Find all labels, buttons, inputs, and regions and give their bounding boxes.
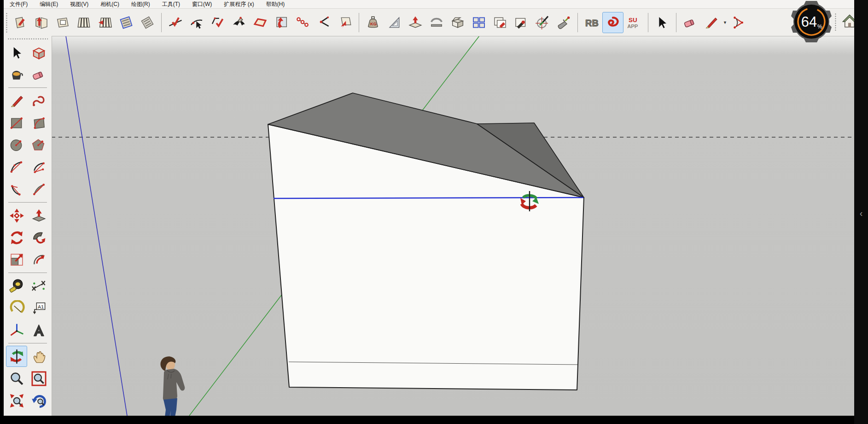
pencil-tool-button[interactable] xyxy=(701,12,722,33)
zoom-extents-tool-button[interactable] xyxy=(6,390,27,411)
recorder-percent-badge[interactable]: 64 % xyxy=(788,0,834,45)
eraser-tool-icon xyxy=(31,67,47,83)
spray-tool-icon xyxy=(556,15,571,30)
louver-blue-button[interactable] xyxy=(116,12,136,33)
suapp-plugin-button[interactable]: SUAPP xyxy=(624,12,644,33)
move-tool-button[interactable] xyxy=(6,205,27,226)
polyline-check-button[interactable] xyxy=(208,12,228,33)
top-toolbar: KGRBSUAPP▼ xyxy=(4,9,854,36)
menu-file[interactable]: 文件(F) xyxy=(4,0,34,9)
eraser-tool-button[interactable] xyxy=(680,12,700,33)
zoom-window-tool-button[interactable] xyxy=(29,368,49,389)
svg-text:SU: SU xyxy=(629,16,637,23)
palette-row xyxy=(4,319,52,341)
toolbar-drag-handle[interactable] xyxy=(6,12,8,33)
compass-rose-button[interactable] xyxy=(532,12,553,33)
push-pull-tool-button[interactable] xyxy=(29,205,49,226)
eraser-tool-button[interactable] xyxy=(29,64,49,85)
page-edit-button[interactable] xyxy=(490,12,510,33)
pan-tool-button[interactable] xyxy=(29,346,49,366)
node-cursor-button[interactable] xyxy=(186,12,207,33)
model-viewport[interactable] xyxy=(52,36,854,416)
window-grid-arrow-icon xyxy=(97,15,113,30)
orbit-tool-button[interactable] xyxy=(6,346,27,366)
node-chain-button[interactable] xyxy=(292,12,313,33)
letterbox-bottom xyxy=(0,416,868,424)
zoom-tool-button[interactable] xyxy=(6,368,27,389)
svg-text:A1: A1 xyxy=(38,304,44,309)
set-square-button[interactable] xyxy=(384,12,404,33)
pencil-dropdown-caret-icon[interactable]: ▼ xyxy=(723,20,727,25)
rb-plugin-button[interactable]: RB xyxy=(582,12,602,33)
open-box-button[interactable] xyxy=(448,12,468,33)
wedge-tool-button[interactable] xyxy=(229,12,249,33)
louver-gray-button[interactable] xyxy=(137,12,157,33)
menu-help[interactable]: 帮助(H) xyxy=(260,0,291,9)
page-export-arrow-icon xyxy=(337,15,353,30)
spray-tool-button[interactable] xyxy=(553,12,574,33)
freehand-tool-button[interactable] xyxy=(29,91,49,111)
page-export-arrow-button[interactable] xyxy=(335,12,355,33)
weight-kg-button[interactable]: KG xyxy=(363,12,383,33)
s4u-swirl-plugin-button[interactable] xyxy=(603,12,623,33)
toolbar-separator xyxy=(577,13,578,32)
menu-tools[interactable]: 工具(T) xyxy=(156,0,186,9)
paint-bucket-button[interactable] xyxy=(6,64,27,85)
palette-drag-handle[interactable] xyxy=(7,38,48,41)
arc-profile-button[interactable] xyxy=(426,12,447,33)
louver-blue-icon xyxy=(118,15,134,30)
zoom-previous-tool-button[interactable] xyxy=(29,390,49,411)
pie-filled-tool-button[interactable] xyxy=(29,179,49,199)
text-tool-button[interactable]: A1 xyxy=(29,298,49,318)
menu-draw[interactable]: 绘图(R) xyxy=(125,0,156,9)
window-frame-icon xyxy=(55,15,70,30)
toolbar-drag-handle[interactable] xyxy=(834,13,837,31)
palette-row xyxy=(4,345,52,367)
protractor-red-button[interactable] xyxy=(728,12,749,33)
wall-up-arrow-button[interactable] xyxy=(31,12,52,33)
page-eyedropper-button[interactable] xyxy=(511,12,531,33)
select-tool-button[interactable] xyxy=(6,42,27,63)
red-quad-button[interactable] xyxy=(250,12,270,33)
line-check-button[interactable] xyxy=(165,12,186,33)
svg-text:APP: APP xyxy=(627,23,638,29)
axes-tool-button[interactable] xyxy=(6,320,27,340)
offset-tool-button[interactable] xyxy=(29,250,49,270)
follow-me-tool-button[interactable] xyxy=(29,227,49,248)
protractor-tool-button[interactable] xyxy=(6,298,27,318)
rotated-rectangle-tool-button[interactable] xyxy=(29,113,49,133)
rectangle-tool-button[interactable] xyxy=(6,113,27,133)
menu-extensions[interactable]: 扩展程序 (x) xyxy=(218,0,260,9)
component-grid-button[interactable] xyxy=(469,12,489,33)
rotate-tool-button[interactable] xyxy=(6,227,27,248)
arc-tool-button[interactable] xyxy=(6,157,27,177)
dimension-tool-button[interactable] xyxy=(29,276,49,296)
polygon-tool-button[interactable] xyxy=(29,135,49,155)
tape-measure-tool-button[interactable] xyxy=(6,276,27,296)
menu-edit[interactable]: 编辑(E) xyxy=(34,0,64,9)
panel-collapse-chevron[interactable]: ‹ xyxy=(860,208,863,219)
3d-text-tool-button[interactable] xyxy=(29,320,49,340)
window-grid-arrow-button[interactable] xyxy=(95,12,115,33)
letterbox-left xyxy=(0,0,4,424)
suapp-plugin-icon: SUAPP xyxy=(626,15,642,30)
compass-rose-icon xyxy=(535,15,550,30)
angle-vertex-button[interactable] xyxy=(314,12,334,33)
pie-tool-button[interactable] xyxy=(29,157,49,177)
paste-up-arrow-button[interactable] xyxy=(271,12,291,33)
window-frame-button[interactable] xyxy=(52,12,73,33)
panel-pencil-icon xyxy=(12,15,28,30)
panel-pencil-button[interactable] xyxy=(10,12,30,33)
menu-window[interactable]: 窗口(W) xyxy=(186,0,218,9)
menu-view[interactable]: 视图(V) xyxy=(64,0,94,9)
svg-text:64: 64 xyxy=(801,14,817,30)
line-tool-button[interactable] xyxy=(6,91,27,111)
select-tool-button[interactable] xyxy=(652,12,672,33)
extrude-up-button[interactable] xyxy=(405,12,425,33)
menu-camera[interactable]: 相机(C) xyxy=(94,0,125,9)
arc3-tool-button[interactable] xyxy=(6,179,27,199)
circle-tool-button[interactable] xyxy=(6,135,27,155)
make-component-button[interactable] xyxy=(29,42,49,63)
window-grid-button[interactable] xyxy=(74,12,94,33)
scale-tool-button[interactable] xyxy=(6,250,27,270)
